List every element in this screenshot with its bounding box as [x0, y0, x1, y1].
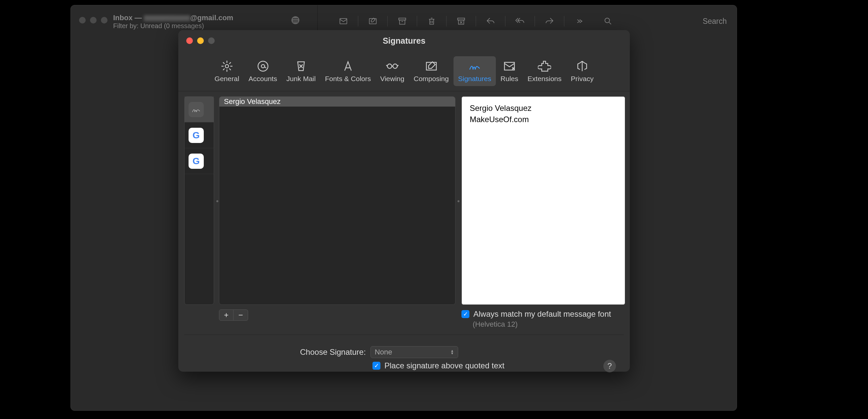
column-grab-handle[interactable] [458, 200, 460, 202]
tab-label: Extensions [528, 75, 562, 83]
tab-accounts[interactable]: Accounts [244, 56, 281, 86]
place-signature-option: ✓ Place signature above quoted text [372, 361, 504, 370]
tab-label: Fonts & Colors [325, 75, 371, 83]
svg-rect-0 [340, 18, 347, 24]
choose-signature-select[interactable]: None ▲▼ [371, 346, 458, 358]
dialog-title: Signatures [178, 36, 630, 46]
add-remove-controls: + − [219, 309, 248, 321]
redacted-email [144, 15, 190, 21]
tab-label: Junk Mail [286, 75, 316, 83]
reply-all-icon[interactable] [505, 13, 534, 28]
main-window-traffic-lights [79, 17, 107, 24]
account-google-1[interactable]: G [185, 122, 214, 148]
tab-rules[interactable]: Rules [496, 56, 523, 86]
close-window-button[interactable] [79, 17, 86, 24]
tab-label: Privacy [571, 75, 594, 83]
reply-icon[interactable] [476, 13, 505, 28]
tab-general[interactable]: General [210, 56, 244, 86]
preferences-dialog: Signatures General Accounts Junk Mail Fo… [178, 30, 630, 372]
svg-rect-1 [370, 18, 376, 24]
preferences-tabs: General Accounts Junk Mail Fonts & Color… [178, 51, 630, 91]
tab-signatures[interactable]: Signatures [454, 56, 496, 86]
window-title-area: Inbox — @gmail.com Filter by: Unread (0 … [113, 13, 233, 30]
tab-label: Accounts [248, 75, 277, 83]
place-signature-checkbox[interactable]: ✓ [372, 362, 380, 370]
signature-item[interactable]: Sergio Velasquez [219, 97, 455, 107]
column-grab-handle[interactable] [216, 200, 218, 202]
signatures-content: G G Sergio Velasquez Sergio Velasquez Ma… [184, 96, 624, 365]
select-value: None [375, 348, 392, 356]
add-signature-button[interactable]: + [219, 309, 234, 321]
signature-line: Sergio Velasquez [470, 102, 617, 114]
remove-signature-button[interactable]: − [234, 309, 248, 321]
signature-editor[interactable]: Sergio Velasquez MakeUseOf.com [461, 96, 625, 305]
tab-fonts-colors[interactable]: Fonts & Colors [320, 56, 375, 86]
tab-composing[interactable]: Composing [409, 56, 453, 86]
signatures-list: Sergio Velasquez [219, 96, 456, 305]
tab-label: Rules [500, 75, 518, 83]
tab-label: General [215, 75, 240, 83]
svg-point-9 [261, 64, 265, 68]
section-divider [184, 335, 624, 335]
account-google-2[interactable]: G [185, 148, 214, 174]
match-font-sublabel: (Helvetica 12) [473, 320, 518, 329]
signature-icon [189, 102, 204, 117]
chevron-updown-icon: ▲▼ [451, 350, 454, 355]
tab-label: Composing [413, 75, 448, 83]
choose-signature-row: Choose Signature: None ▲▼ [300, 346, 458, 358]
filter-status: Filter by: Unread (0 messages) [113, 22, 233, 30]
svg-point-11 [393, 64, 397, 68]
activity-indicator-icon[interactable] [291, 16, 299, 24]
zoom-window-button[interactable] [101, 17, 107, 24]
svg-point-10 [388, 64, 392, 68]
svg-rect-3 [400, 20, 405, 24]
google-icon: G [189, 154, 204, 169]
svg-point-7 [225, 64, 228, 68]
more-icon[interactable] [564, 13, 593, 28]
match-font-label: Always match my default message font [473, 309, 611, 319]
main-toolbar [329, 13, 623, 28]
get-mail-icon[interactable] [329, 13, 358, 28]
email-domain: @gmail.com [190, 13, 233, 22]
match-font-option: ✓ Always match my default message font [461, 309, 611, 319]
signature-line: MakeUseOf.com [470, 114, 617, 125]
tab-junk-mail[interactable]: Junk Mail [282, 56, 320, 86]
tab-label: Viewing [380, 75, 404, 83]
svg-point-6 [605, 18, 610, 23]
svg-point-8 [258, 61, 268, 71]
window-title: Inbox — @gmail.com [113, 13, 233, 22]
tab-viewing[interactable]: Viewing [375, 56, 409, 86]
tab-extensions[interactable]: Extensions [523, 56, 566, 86]
delete-icon[interactable] [417, 13, 446, 28]
tab-label: Signatures [458, 75, 491, 83]
svg-rect-12 [426, 62, 436, 70]
match-font-checkbox[interactable]: ✓ [461, 310, 469, 318]
search-field[interactable]: Search [703, 17, 727, 26]
google-icon: G [189, 128, 204, 143]
search-icon[interactable] [593, 13, 623, 28]
choose-signature-label: Choose Signature: [300, 348, 366, 357]
accounts-list: G G [184, 96, 214, 305]
archive-icon[interactable] [388, 13, 417, 28]
account-all-signatures[interactable] [185, 97, 214, 122]
help-button[interactable]: ? [603, 360, 616, 372]
mail-main-window: Inbox — @gmail.com Filter by: Unread (0 … [70, 5, 737, 411]
inbox-label: Inbox — [113, 13, 142, 22]
minimize-window-button[interactable] [90, 17, 97, 24]
place-signature-label: Place signature above quoted text [384, 361, 504, 370]
compose-icon[interactable] [358, 13, 388, 28]
junk-icon[interactable] [446, 13, 476, 28]
tab-privacy[interactable]: Privacy [566, 56, 598, 86]
forward-icon[interactable] [535, 13, 564, 28]
